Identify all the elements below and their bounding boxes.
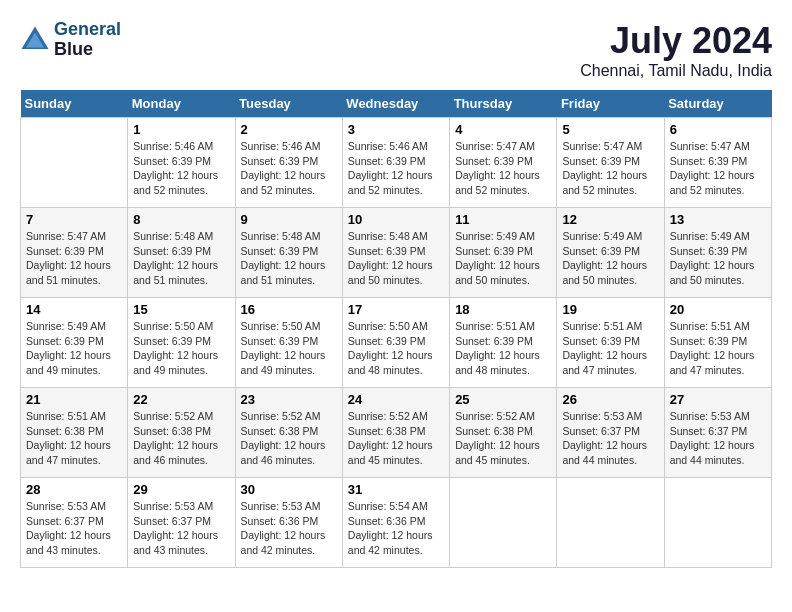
day-info: Sunrise: 5:47 AM Sunset: 6:39 PM Dayligh…	[26, 229, 122, 288]
day-number: 7	[26, 212, 122, 227]
calendar-cell: 4Sunrise: 5:47 AM Sunset: 6:39 PM Daylig…	[450, 118, 557, 208]
calendar-cell: 15Sunrise: 5:50 AM Sunset: 6:39 PM Dayli…	[128, 298, 235, 388]
day-number: 4	[455, 122, 551, 137]
calendar-cell	[664, 478, 771, 568]
calendar-cell: 7Sunrise: 5:47 AM Sunset: 6:39 PM Daylig…	[21, 208, 128, 298]
calendar-cell: 31Sunrise: 5:54 AM Sunset: 6:36 PM Dayli…	[342, 478, 449, 568]
day-info: Sunrise: 5:49 AM Sunset: 6:39 PM Dayligh…	[562, 229, 658, 288]
calendar-cell: 16Sunrise: 5:50 AM Sunset: 6:39 PM Dayli…	[235, 298, 342, 388]
calendar-cell: 1Sunrise: 5:46 AM Sunset: 6:39 PM Daylig…	[128, 118, 235, 208]
day-number: 31	[348, 482, 444, 497]
column-header-friday: Friday	[557, 90, 664, 118]
day-info: Sunrise: 5:52 AM Sunset: 6:38 PM Dayligh…	[241, 409, 337, 468]
calendar-header-row: SundayMondayTuesdayWednesdayThursdayFrid…	[21, 90, 772, 118]
calendar-cell: 22Sunrise: 5:52 AM Sunset: 6:38 PM Dayli…	[128, 388, 235, 478]
location-title: Chennai, Tamil Nadu, India	[580, 62, 772, 80]
day-number: 1	[133, 122, 229, 137]
day-info: Sunrise: 5:46 AM Sunset: 6:39 PM Dayligh…	[348, 139, 444, 198]
day-info: Sunrise: 5:53 AM Sunset: 6:36 PM Dayligh…	[241, 499, 337, 558]
calendar-cell: 10Sunrise: 5:48 AM Sunset: 6:39 PM Dayli…	[342, 208, 449, 298]
day-info: Sunrise: 5:48 AM Sunset: 6:39 PM Dayligh…	[133, 229, 229, 288]
day-info: Sunrise: 5:46 AM Sunset: 6:39 PM Dayligh…	[241, 139, 337, 198]
day-number: 25	[455, 392, 551, 407]
day-info: Sunrise: 5:48 AM Sunset: 6:39 PM Dayligh…	[241, 229, 337, 288]
day-number: 15	[133, 302, 229, 317]
calendar-cell	[450, 478, 557, 568]
calendar-cell	[557, 478, 664, 568]
week-row-1: 1Sunrise: 5:46 AM Sunset: 6:39 PM Daylig…	[21, 118, 772, 208]
calendar-cell: 12Sunrise: 5:49 AM Sunset: 6:39 PM Dayli…	[557, 208, 664, 298]
day-number: 28	[26, 482, 122, 497]
calendar-cell: 30Sunrise: 5:53 AM Sunset: 6:36 PM Dayli…	[235, 478, 342, 568]
calendar-cell: 23Sunrise: 5:52 AM Sunset: 6:38 PM Dayli…	[235, 388, 342, 478]
day-number: 2	[241, 122, 337, 137]
column-header-thursday: Thursday	[450, 90, 557, 118]
calendar-cell: 27Sunrise: 5:53 AM Sunset: 6:37 PM Dayli…	[664, 388, 771, 478]
calendar-cell: 3Sunrise: 5:46 AM Sunset: 6:39 PM Daylig…	[342, 118, 449, 208]
day-number: 13	[670, 212, 766, 227]
logo-icon	[20, 25, 50, 55]
calendar-cell	[21, 118, 128, 208]
calendar-cell: 29Sunrise: 5:53 AM Sunset: 6:37 PM Dayli…	[128, 478, 235, 568]
calendar-cell: 21Sunrise: 5:51 AM Sunset: 6:38 PM Dayli…	[21, 388, 128, 478]
day-info: Sunrise: 5:52 AM Sunset: 6:38 PM Dayligh…	[455, 409, 551, 468]
month-title: July 2024	[580, 20, 772, 62]
day-info: Sunrise: 5:50 AM Sunset: 6:39 PM Dayligh…	[241, 319, 337, 378]
week-row-5: 28Sunrise: 5:53 AM Sunset: 6:37 PM Dayli…	[21, 478, 772, 568]
day-number: 12	[562, 212, 658, 227]
day-number: 3	[348, 122, 444, 137]
calendar-cell: 11Sunrise: 5:49 AM Sunset: 6:39 PM Dayli…	[450, 208, 557, 298]
day-number: 27	[670, 392, 766, 407]
calendar-cell: 5Sunrise: 5:47 AM Sunset: 6:39 PM Daylig…	[557, 118, 664, 208]
day-info: Sunrise: 5:54 AM Sunset: 6:36 PM Dayligh…	[348, 499, 444, 558]
day-info: Sunrise: 5:48 AM Sunset: 6:39 PM Dayligh…	[348, 229, 444, 288]
day-info: Sunrise: 5:53 AM Sunset: 6:37 PM Dayligh…	[26, 499, 122, 558]
day-number: 10	[348, 212, 444, 227]
calendar-cell: 6Sunrise: 5:47 AM Sunset: 6:39 PM Daylig…	[664, 118, 771, 208]
day-number: 30	[241, 482, 337, 497]
day-info: Sunrise: 5:47 AM Sunset: 6:39 PM Dayligh…	[670, 139, 766, 198]
calendar-cell: 25Sunrise: 5:52 AM Sunset: 6:38 PM Dayli…	[450, 388, 557, 478]
day-info: Sunrise: 5:53 AM Sunset: 6:37 PM Dayligh…	[133, 499, 229, 558]
day-number: 19	[562, 302, 658, 317]
calendar-cell: 26Sunrise: 5:53 AM Sunset: 6:37 PM Dayli…	[557, 388, 664, 478]
day-info: Sunrise: 5:51 AM Sunset: 6:39 PM Dayligh…	[670, 319, 766, 378]
column-header-sunday: Sunday	[21, 90, 128, 118]
day-info: Sunrise: 5:49 AM Sunset: 6:39 PM Dayligh…	[455, 229, 551, 288]
column-header-wednesday: Wednesday	[342, 90, 449, 118]
calendar-cell: 9Sunrise: 5:48 AM Sunset: 6:39 PM Daylig…	[235, 208, 342, 298]
day-number: 11	[455, 212, 551, 227]
week-row-4: 21Sunrise: 5:51 AM Sunset: 6:38 PM Dayli…	[21, 388, 772, 478]
day-number: 8	[133, 212, 229, 227]
day-info: Sunrise: 5:53 AM Sunset: 6:37 PM Dayligh…	[670, 409, 766, 468]
calendar-cell: 2Sunrise: 5:46 AM Sunset: 6:39 PM Daylig…	[235, 118, 342, 208]
calendar-cell: 20Sunrise: 5:51 AM Sunset: 6:39 PM Dayli…	[664, 298, 771, 388]
calendar-cell: 13Sunrise: 5:49 AM Sunset: 6:39 PM Dayli…	[664, 208, 771, 298]
column-header-monday: Monday	[128, 90, 235, 118]
logo-text: General Blue	[54, 20, 121, 60]
logo: General Blue	[20, 20, 121, 60]
calendar-cell: 14Sunrise: 5:49 AM Sunset: 6:39 PM Dayli…	[21, 298, 128, 388]
day-number: 21	[26, 392, 122, 407]
calendar-cell: 24Sunrise: 5:52 AM Sunset: 6:38 PM Dayli…	[342, 388, 449, 478]
day-number: 14	[26, 302, 122, 317]
day-number: 22	[133, 392, 229, 407]
day-info: Sunrise: 5:49 AM Sunset: 6:39 PM Dayligh…	[670, 229, 766, 288]
day-number: 18	[455, 302, 551, 317]
calendar-cell: 18Sunrise: 5:51 AM Sunset: 6:39 PM Dayli…	[450, 298, 557, 388]
day-info: Sunrise: 5:52 AM Sunset: 6:38 PM Dayligh…	[348, 409, 444, 468]
calendar-cell: 19Sunrise: 5:51 AM Sunset: 6:39 PM Dayli…	[557, 298, 664, 388]
calendar-table: SundayMondayTuesdayWednesdayThursdayFrid…	[20, 90, 772, 568]
column-header-tuesday: Tuesday	[235, 90, 342, 118]
day-number: 26	[562, 392, 658, 407]
day-info: Sunrise: 5:49 AM Sunset: 6:39 PM Dayligh…	[26, 319, 122, 378]
day-number: 29	[133, 482, 229, 497]
column-header-saturday: Saturday	[664, 90, 771, 118]
day-info: Sunrise: 5:51 AM Sunset: 6:38 PM Dayligh…	[26, 409, 122, 468]
day-number: 23	[241, 392, 337, 407]
logo-line1: General	[54, 19, 121, 39]
day-info: Sunrise: 5:50 AM Sunset: 6:39 PM Dayligh…	[133, 319, 229, 378]
day-number: 24	[348, 392, 444, 407]
title-block: July 2024 Chennai, Tamil Nadu, India	[580, 20, 772, 80]
calendar-cell: 17Sunrise: 5:50 AM Sunset: 6:39 PM Dayli…	[342, 298, 449, 388]
